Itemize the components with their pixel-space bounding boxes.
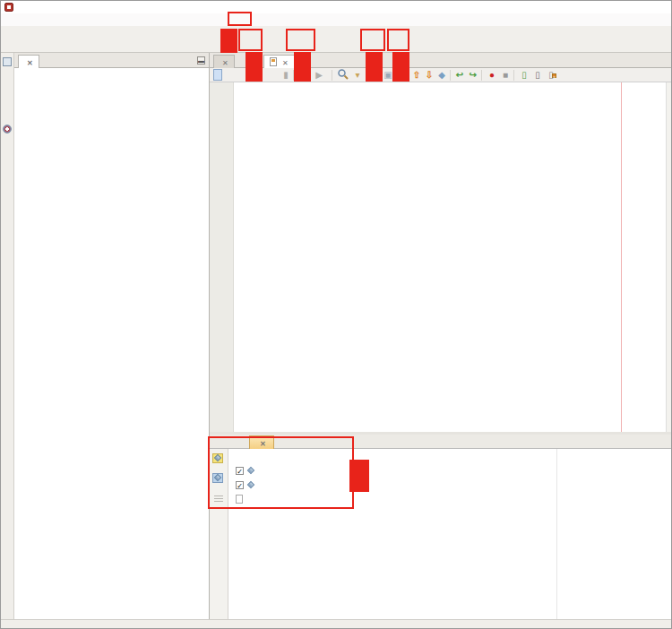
forward-icon[interactable]: ▶ [313, 68, 325, 82]
mplab-window: + + ↶ ↷ ▼ ✓ ▶ ▼ ▼ ▲ ▼ ⟳ ▶ ▼ [0, 0, 672, 629]
next-bookmark-icon[interactable]: ⇩ [423, 68, 435, 82]
code-view[interactable] [210, 82, 672, 432]
close-icon[interactable]: ✕ [282, 59, 289, 67]
annotation-outline-build-icon [238, 29, 263, 51]
status-bar [1, 619, 672, 629]
annotation-outline-tools-menu [228, 12, 252, 26]
annotation-number-6 [349, 460, 369, 492]
shift-left-icon[interactable]: ↩ [453, 68, 466, 82]
find-next-icon[interactable]: ▾ [351, 68, 364, 82]
previous-bookmark-icon[interactable]: ⇧ [410, 68, 423, 82]
find-icon[interactable] [336, 68, 349, 82]
annotation-number-3 [294, 52, 311, 82]
right-margin-line [621, 82, 622, 432]
last-edit-icon[interactable]: ▮ [280, 68, 292, 82]
comment-icon[interactable]: ▯ [518, 68, 530, 82]
annotation-outline-make-program-icon [286, 29, 315, 51]
compass-icon [3, 125, 12, 134]
toggle-bookmark-icon[interactable]: ◆ [435, 68, 448, 82]
annotation-number-4 [366, 52, 383, 82]
annotation-number-2 [246, 52, 263, 82]
c-file-icon [270, 57, 277, 66]
menu-bar [1, 13, 672, 26]
annotation-number-1 [220, 29, 237, 53]
annotation-outline-debug-icon [360, 29, 385, 51]
source-view-button[interactable] [213, 69, 222, 81]
close-icon[interactable]: ✕ [222, 59, 228, 67]
editor-toolbar: ▮ ◀ ▶ ▾ ▴ ▣ ▬ ⇧ ⇩ ◆ ↩ ↪ ● ■ ▯ ▯ ▯o [210, 68, 672, 82]
shift-right-icon[interactable]: ↪ [467, 68, 479, 82]
annotation-outline-dv-icon [387, 29, 409, 51]
annotation-outline-watches [208, 436, 354, 509]
tab-start-page[interactable]: ✕ [213, 55, 235, 68]
uncomment-icon[interactable]: ▯ [531, 68, 544, 82]
line-number-gutter [210, 82, 234, 432]
dock-window-icon[interactable] [3, 57, 12, 66]
error-stripe[interactable] [666, 82, 672, 432]
tab-files[interactable] [70, 55, 81, 68]
projects-panel: ✕ ▬ [14, 53, 210, 619]
annotation-number-5 [392, 52, 409, 82]
main-toolbar: + + ↶ ↷ ▼ ✓ ▶ ▼ ▼ ▲ ▼ ⟳ ▶ ▼ [1, 26, 672, 53]
editor-tab-bar: ✕ ✕ [210, 53, 672, 68]
close-icon[interactable]: ✕ [27, 59, 33, 67]
insert-code-icon[interactable]: ▯o [545, 68, 557, 82]
tab-projects[interactable]: ✕ [18, 55, 39, 68]
left-window-rail [1, 53, 14, 619]
project-tree [14, 68, 209, 619]
title-bar [1, 1, 672, 13]
projects-tab-bar: ✕ ▬ [14, 53, 209, 68]
tab-main-c-file[interactable]: ✕ [263, 55, 295, 68]
editor-area: ✕ ✕ ▮ ◀ ▶ ▾ ▴ ▣ ▬ ⇧ ⇩ ◆ ↩ ↪ ● ■ ▯ [210, 53, 672, 432]
minimize-panel-icon[interactable]: ▬ [197, 56, 205, 65]
column-divider[interactable] [556, 449, 557, 619]
stop-macro-icon[interactable]: ■ [499, 68, 512, 82]
start-macro-icon[interactable]: ● [486, 68, 498, 82]
app-icon [4, 3, 13, 12]
